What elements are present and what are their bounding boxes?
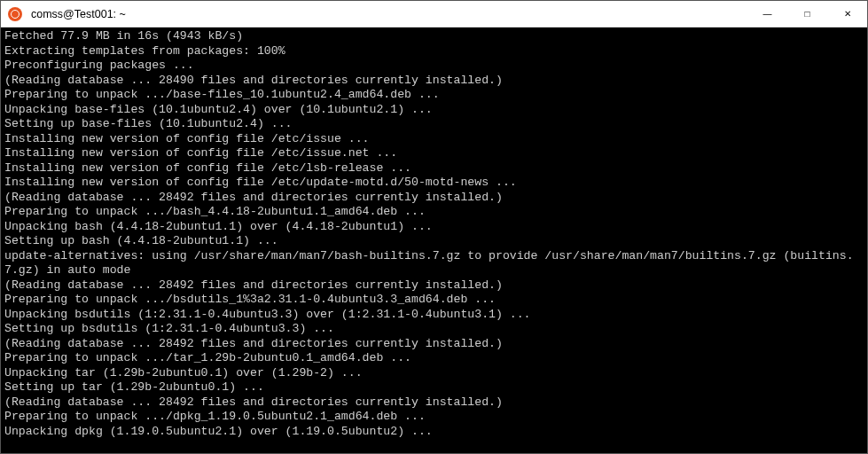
titlebar[interactable]: comss@Test001: ~ — □ ✕ bbox=[1, 1, 867, 27]
terminal-line: Fetched 77.9 MB in 16s (4943 kB/s) bbox=[4, 29, 864, 44]
terminal-line: Setting up base-files (10.1ubuntu2.4) ..… bbox=[4, 117, 864, 132]
terminal-line: Installing new version of config file /e… bbox=[4, 132, 864, 147]
terminal-line: Setting up bash (4.4.18-2ubuntu1.1) ... bbox=[4, 234, 864, 249]
terminal-line: (Reading database ... 28490 files and di… bbox=[4, 74, 864, 89]
terminal-line: Installing new version of config file /e… bbox=[4, 146, 864, 161]
terminal-output: Fetched 77.9 MB in 16s (4943 kB/s)Extrac… bbox=[4, 29, 864, 453]
close-button[interactable]: ✕ bbox=[827, 1, 867, 27]
terminal-line: Preconfiguring packages ... bbox=[4, 59, 864, 74]
terminal-line: Extracting templates from packages: 100% bbox=[4, 44, 864, 59]
window-controls: — □ ✕ bbox=[747, 1, 867, 27]
terminal-line: Unpacking bash (4.4.18-2ubuntu1.1) over … bbox=[4, 220, 864, 235]
terminal-line: Unpacking bsdutils (1:2.31.1-0.4ubuntu3.… bbox=[4, 308, 864, 323]
terminal-line: Setting up bsdutils (1:2.31.1-0.4ubuntu3… bbox=[4, 322, 864, 337]
window-title: comss@Test001: ~ bbox=[29, 8, 747, 20]
terminal-line: Installing new version of config file /e… bbox=[4, 161, 864, 176]
terminal[interactable]: Fetched 77.9 MB in 16s (4943 kB/s)Extrac… bbox=[1, 27, 867, 453]
terminal-line: Unpacking dpkg (1.19.0.5ubuntu2.1) over … bbox=[4, 425, 864, 440]
terminal-line: Preparing to unpack .../bsdutils_1%3a2.3… bbox=[4, 293, 864, 308]
app-window: comss@Test001: ~ — □ ✕ Fetched 77.9 MB i… bbox=[0, 0, 868, 454]
terminal-line: update-alternatives: using /usr/share/ma… bbox=[4, 249, 864, 278]
terminal-line: Preparing to unpack .../dpkg_1.19.0.5ubu… bbox=[4, 410, 864, 425]
terminal-line: (Reading database ... 28492 files and di… bbox=[4, 337, 864, 352]
terminal-line: (Reading database ... 28492 files and di… bbox=[4, 191, 864, 206]
terminal-line: Preparing to unpack .../base-files_10.1u… bbox=[4, 88, 864, 103]
terminal-line: Unpacking tar (1.29b-2ubuntu0.1) over (1… bbox=[4, 366, 864, 381]
terminal-line: Preparing to unpack .../tar_1.29b-2ubunt… bbox=[4, 351, 864, 366]
maximize-button[interactable]: □ bbox=[787, 1, 827, 27]
terminal-line: Unpacking base-files (10.1ubuntu2.4) ove… bbox=[4, 103, 864, 118]
terminal-line: Setting up tar (1.29b-2ubuntu0.1) ... bbox=[4, 380, 864, 395]
minimize-button[interactable]: — bbox=[747, 1, 787, 27]
terminal-line: (Reading database ... 28492 files and di… bbox=[4, 278, 864, 294]
terminal-line: Installing new version of config file /e… bbox=[4, 176, 864, 191]
ubuntu-icon bbox=[8, 7, 22, 21]
terminal-line bbox=[4, 439, 864, 453]
terminal-line: Preparing to unpack .../bash_4.4.18-2ubu… bbox=[4, 205, 864, 220]
terminal-line: (Reading database ... 28492 files and di… bbox=[4, 395, 864, 411]
